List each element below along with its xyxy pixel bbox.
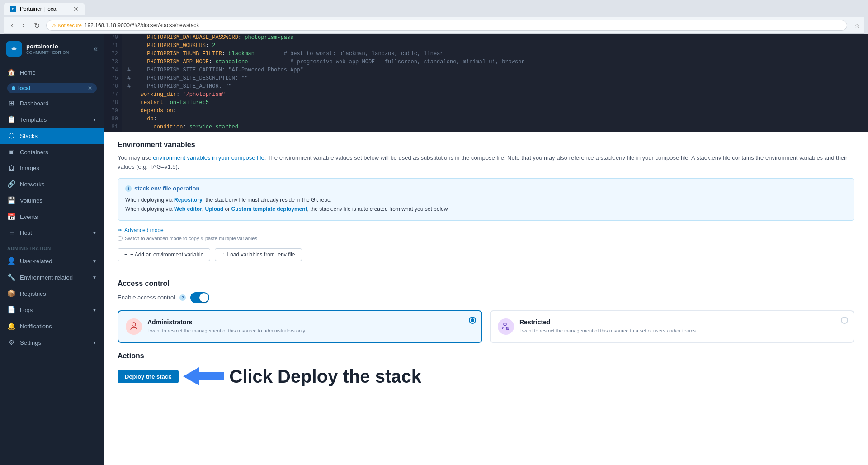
env-section: local ✕ [0,81,104,95]
events-label: Events [20,214,38,220]
env-badge[interactable]: local ✕ [7,83,97,93]
dashboard-label: Dashboard [20,100,49,107]
home-label: Home [20,69,36,76]
registries-icon: 📦 [7,289,15,298]
sidebar-item-registries[interactable]: 📦 Registries [0,285,104,302]
add-env-variable-button[interactable]: + + Add an environment variable [118,248,210,261]
administrators-card[interactable]: Administrators I want to restrict the ma… [118,310,482,343]
access-control-toggle[interactable] [190,292,209,303]
sidebar-item-environment-related[interactable]: 🔧 Environment-related ▼ [0,269,104,285]
logo-text-area: portainer.io COMMUNITY EDITION [26,43,69,55]
reload-button[interactable]: ↻ [31,20,42,31]
host-icon: 🖥 [7,229,15,237]
logs-label: Logs [20,307,33,313]
env-close-button[interactable]: ✕ [88,85,92,91]
env-name: local [18,85,30,91]
volumes-label: Volumes [20,197,42,204]
browser-tab-active[interactable]: P Portainer | local ✕ [4,3,85,15]
toggle-knob [199,293,208,302]
back-button[interactable]: ‹ [8,20,16,30]
admin-radio[interactable] [469,317,476,324]
code-line-70: 70 PHOTOPRISM_DATABASE_PASSWORD: photopr… [104,34,868,42]
env-related-arrow-icon: ▼ [92,275,97,280]
sidebar-item-notifications[interactable]: 🔔 Notifications [0,318,104,334]
tab-close-button[interactable]: ✕ [73,5,79,13]
sidebar-item-networks[interactable]: 🔗 Networks [0,176,104,192]
images-icon: 🖼 [7,164,15,172]
templates-left: 📋 Templates [7,115,47,123]
sidebar-item-images[interactable]: 🖼 Images [0,160,104,176]
svg-line-5 [507,327,509,329]
warning-icon: ⚠ [52,23,57,28]
forward-button[interactable]: › [19,20,27,30]
plus-icon: + [124,251,127,258]
sidebar-item-home[interactable]: 🏠 Home [0,64,104,81]
web-editor-link[interactable]: Web editor [174,206,202,212]
sidebar-item-host[interactable]: 🖥 Host ▼ [0,225,104,241]
templates-arrow-icon: ▼ [92,117,97,122]
access-cards-container: Administrators I want to restrict the ma… [118,310,854,343]
sidebar-item-settings[interactable]: ⚙ Settings ▼ [0,334,104,351]
user-related-label: User-related [20,258,52,265]
restricted-card-desc: I want to restrict the management of thi… [519,327,696,334]
browser-chrome: P Portainer | local ✕ ‹ › ↻ ⚠ Not secure… [0,0,868,34]
tab-label: Portainer | local [20,6,57,12]
code-line-77: 77 working_dir: "/photoprism" [104,91,868,99]
collapse-sidebar-button[interactable]: « [94,45,98,53]
actions-title: Actions [118,352,854,360]
sidebar-item-containers[interactable]: ▣ Containers [0,144,104,160]
settings-arrow-icon: ▼ [92,340,97,345]
logs-left: 📄 Logs [7,306,33,314]
user-related-left: 👤 User-related [7,257,52,265]
address-bar[interactable]: ⚠ Not secure 192.168.1.18:9000/#!/2/dock… [46,20,847,31]
access-control-section: Access control Enable access control ? [104,270,868,396]
browser-toolbar: ‹ › ↻ ⚠ Not secure 192.168.1.18:9000/#!/… [4,17,864,34]
repository-link[interactable]: Repository [174,197,203,203]
access-control-title: Access control [118,280,854,288]
sidebar-item-stacks[interactable]: ⬡ Stacks [0,128,104,144]
info-circle-icon: ⓘ [118,235,123,242]
templates-label: Templates [20,116,47,123]
logo-name: portainer.io [26,43,69,50]
admin-card-content: Administrators I want to restrict the ma… [147,318,305,334]
upload-link[interactable]: Upload [205,206,224,212]
sidebar-item-user-related[interactable]: 👤 User-related ▼ [0,253,104,269]
networks-label: Networks [20,181,44,188]
code-line-76: 76 # PHOTOPRISM_SITE_AUTHOR: "" [104,83,868,91]
restricted-svg [501,322,510,331]
settings-label: Settings [20,339,41,346]
env-compose-link[interactable]: environment variables in your compose fi… [153,154,264,161]
code-line-72: 72 PHOTOPRISM_THUMB_FILTER: blackman # b… [104,50,868,58]
arrow-annotation: Click Deploy the stack [183,366,421,387]
sidebar-item-logs[interactable]: 📄 Logs ▼ [0,302,104,318]
admin-section-label: Administration [0,241,104,253]
host-left: 🖥 Host [7,229,32,237]
notifications-icon: 🔔 [7,322,15,330]
volumes-icon: 💾 [7,196,15,204]
restricted-card[interactable]: Restricted I want to restrict the manage… [490,310,854,343]
notifications-label: Notifications [20,323,52,330]
svg-point-3 [504,323,506,326]
portainer-svg [9,44,19,53]
admin-card-desc: I want to restrict the management of thi… [147,327,305,334]
sidebar-item-dashboard[interactable]: ⊞ Dashboard [0,95,104,111]
logo-area: portainer.io COMMUNITY EDITION [6,41,69,57]
sidebar-item-volumes[interactable]: 💾 Volumes [0,192,104,209]
info-box-title: ℹ stack.env file operation [125,185,847,192]
sidebar-item-templates[interactable]: 📋 Templates ▼ [0,111,104,128]
custom-template-link[interactable]: Custom template deployment [231,206,307,212]
tab-favicon: P [10,6,16,12]
admin-icon [126,318,142,335]
bookmark-icon[interactable]: ☆ [854,22,860,29]
logo-sub: COMMUNITY EDITION [26,50,69,55]
code-line-78: 78 restart: on-failure:5 [104,99,868,107]
load-env-variables-button[interactable]: ↑ Load variables from .env file [215,248,302,261]
sidebar: portainer.io COMMUNITY EDITION « 🏠 Home … [0,34,104,465]
deploy-stack-button[interactable]: Deploy the stack [118,370,179,383]
code-line-79: 79 depends_on: [104,107,868,115]
restricted-radio[interactable] [841,317,848,324]
arrow-graphic [183,367,224,385]
admin-card-title: Administrators [147,318,305,326]
advanced-mode-toggle[interactable]: ✏ Advanced mode [118,227,854,233]
sidebar-item-events[interactable]: 📅 Events [0,209,104,225]
